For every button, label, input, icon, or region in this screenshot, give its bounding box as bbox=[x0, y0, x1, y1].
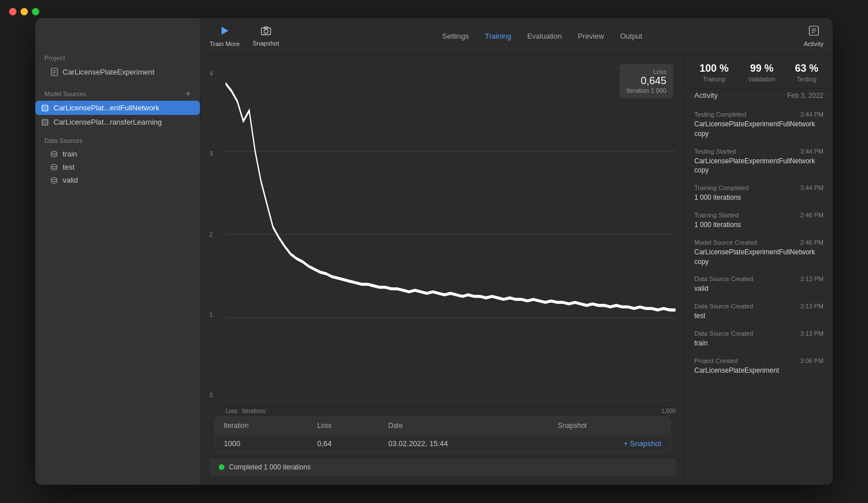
sidebar-project-item[interactable]: CarLicensePlateExperiment bbox=[44, 65, 191, 79]
play-icon bbox=[219, 26, 230, 39]
db-icon-test bbox=[50, 163, 58, 171]
activity-event-type-8: Project Created bbox=[694, 357, 738, 364]
model-icon-1 bbox=[41, 118, 49, 126]
activity-button[interactable]: Activity bbox=[804, 26, 824, 47]
camera-icon bbox=[261, 26, 271, 38]
col-loss: Loss bbox=[308, 417, 379, 435]
data-source-train-label: train bbox=[63, 150, 77, 158]
activity-event-name-8: CarLicensePlateExperiment bbox=[694, 366, 824, 376]
activity-item-8: Project Created 3:06 PM CarLicensePlateE… bbox=[685, 353, 833, 380]
tab-preview[interactable]: Preview bbox=[576, 30, 605, 43]
chart-panel: Loss 0,645 Iteration 1 000 4 3 2 1 bbox=[200, 55, 685, 485]
activity-time-6: 3:13 PM bbox=[800, 303, 824, 310]
main-content: Train More Snapshot Settings bbox=[200, 18, 833, 485]
activity-event-name-2: 1 000 iterations bbox=[694, 193, 824, 203]
y-axis-1: 1 bbox=[210, 312, 226, 318]
activity-event-name-1: CarLicensePlateExperimentFullNetwork cop… bbox=[694, 156, 824, 176]
activity-title: Activity bbox=[694, 91, 718, 100]
data-source-train[interactable]: train bbox=[35, 147, 200, 160]
model-sources-section: Model Sources + bbox=[35, 84, 200, 101]
svg-point-6 bbox=[51, 151, 57, 154]
activity-time-4: 2:46 PM bbox=[800, 239, 824, 246]
loss-chart bbox=[226, 68, 675, 401]
add-snapshot-button[interactable]: + Snapshot bbox=[548, 435, 670, 453]
validation-pct: 99 % bbox=[750, 63, 773, 75]
model-list: CarLicensePlat...entFullNetwork CarLicen… bbox=[35, 101, 200, 129]
activity-event-name-6: test bbox=[694, 311, 824, 321]
add-model-button[interactable]: + bbox=[186, 89, 191, 98]
tab-settings[interactable]: Settings bbox=[441, 30, 470, 43]
svg-rect-5 bbox=[42, 119, 48, 125]
content-area: Loss 0,645 Iteration 1 000 4 3 2 1 bbox=[200, 55, 833, 485]
activity-item-5: Data Source Created 3:13 PM valid bbox=[685, 271, 833, 298]
main-window: Project CarLicensePlateExperiment Model … bbox=[35, 18, 833, 485]
stats-row: 100 % Training 99 % Validation 63 % Test… bbox=[685, 55, 833, 89]
snapshot-button[interactable]: Snapshot bbox=[251, 26, 281, 47]
sidebar: Project CarLicensePlateExperiment Model … bbox=[35, 18, 200, 485]
activity-time-2: 3:44 PM bbox=[800, 184, 824, 191]
data-source-valid[interactable]: valid bbox=[35, 174, 200, 187]
activity-item-1: Testing Started 3:44 PM CarLicensePlateE… bbox=[685, 143, 833, 180]
tab-output[interactable]: Output bbox=[619, 30, 644, 43]
cell-iteration: 1000 bbox=[215, 435, 308, 453]
activity-item-4: Model Source Created 2:46 PM CarLicenseP… bbox=[685, 234, 833, 271]
activity-event-type-2: Training Completed bbox=[694, 184, 749, 191]
activity-event-name-5: valid bbox=[694, 284, 824, 294]
activity-time-7: 3:13 PM bbox=[800, 330, 824, 337]
activity-item-6: Data Source Created 3:13 PM test bbox=[685, 298, 833, 325]
stat-training: 100 % Training bbox=[699, 63, 728, 83]
activity-icon bbox=[809, 26, 819, 39]
data-sources-label: Data Sources bbox=[44, 137, 83, 144]
activity-event-type-0: Testing Completed bbox=[694, 111, 746, 118]
activity-event-name-4: CarLicensePlateExperimentFullNetwork cop… bbox=[694, 248, 824, 267]
sidebar-model-item-0[interactable]: CarLicensePlat...entFullNetwork bbox=[35, 101, 200, 115]
activity-event-type-5: Data Source Created bbox=[694, 275, 753, 282]
activity-date: Feb 3, 2022 bbox=[787, 92, 824, 100]
cell-loss: 0,64 bbox=[308, 435, 379, 453]
nav-tabs: Settings Training Evaluation Preview Out… bbox=[292, 30, 792, 43]
activity-time-3: 2:46 PM bbox=[800, 212, 824, 218]
svg-marker-9 bbox=[222, 27, 228, 35]
activity-event-name-7: train bbox=[694, 339, 824, 348]
toolbar: Train More Snapshot Settings bbox=[200, 18, 833, 55]
svg-rect-4 bbox=[42, 105, 48, 111]
sidebar-model-item-1[interactable]: CarLicensePlat...ransferLearning bbox=[35, 115, 200, 129]
svg-point-11 bbox=[264, 29, 268, 33]
activity-event-type-4: Model Source Created bbox=[694, 239, 757, 246]
data-source-test[interactable]: test bbox=[35, 160, 200, 174]
activity-header: Activity Feb 3, 2022 bbox=[685, 89, 833, 106]
loss-value: 0,645 bbox=[627, 75, 666, 87]
train-more-label: Train More bbox=[210, 40, 240, 47]
training-label: Training bbox=[703, 76, 725, 83]
db-icon-train bbox=[50, 150, 58, 158]
tab-evaluation[interactable]: Evaluation bbox=[526, 30, 563, 43]
activity-item-2: Training Completed 3:44 PM 1 000 iterati… bbox=[685, 180, 833, 207]
data-source-list: train test bbox=[35, 147, 200, 187]
x-axis-end: 1,000 bbox=[661, 408, 675, 414]
svg-rect-10 bbox=[261, 28, 271, 35]
activity-time-0: 3:44 PM bbox=[800, 111, 824, 118]
loss-box: Loss 0,645 Iteration 1 000 bbox=[620, 64, 673, 98]
col-snapshot: Snapshot bbox=[548, 417, 670, 435]
train-more-button[interactable]: Train More bbox=[210, 26, 240, 47]
activity-feed: Activity Feb 3, 2022 Testing Completed 3… bbox=[685, 89, 833, 485]
model-sources-label: Model Sources bbox=[44, 90, 86, 97]
y-axis-0: 0 bbox=[210, 392, 226, 398]
snapshot-label: Snapshot bbox=[253, 40, 279, 47]
activity-item-7: Data Source Created 3:13 PM train bbox=[685, 325, 833, 353]
model-icon-0 bbox=[41, 104, 49, 112]
y-axis-4: 4 bbox=[210, 71, 226, 77]
table-row: 1000 0,64 03.02.2022, 15:44 + Snapshot bbox=[215, 435, 670, 453]
tab-training[interactable]: Training bbox=[484, 30, 512, 43]
activity-event-name-0: CarLicensePlateExperimentFullNetwork cop… bbox=[694, 119, 824, 139]
document-icon bbox=[50, 68, 58, 76]
activity-event-type-3: Training Started bbox=[694, 212, 739, 218]
y-axis-3: 3 bbox=[210, 151, 226, 157]
sidebar-model-name-0: CarLicensePlat...entFullNetwork bbox=[54, 104, 159, 112]
svg-point-8 bbox=[51, 178, 57, 180]
status-message: Completed 1 000 iterations bbox=[229, 463, 310, 471]
chart-area: 4 3 2 1 0 bbox=[210, 68, 675, 401]
activity-item-3: Training Started 2:46 PM 1 000 iteration… bbox=[685, 207, 833, 234]
data-source-test-label: test bbox=[63, 163, 75, 171]
x-axis-loss: Loss Iterations bbox=[226, 408, 265, 414]
